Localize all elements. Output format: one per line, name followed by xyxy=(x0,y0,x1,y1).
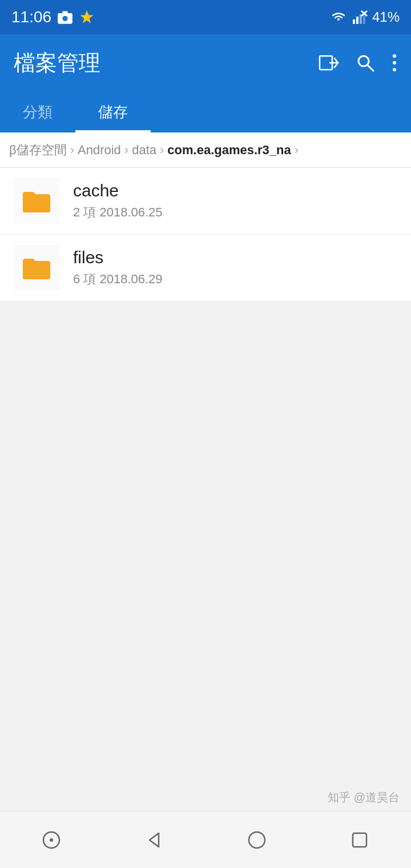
signal-icon xyxy=(352,10,368,24)
svg-rect-23 xyxy=(353,833,366,847)
folder-icon-wrap-cache xyxy=(14,178,59,224)
nav-back-button[interactable] xyxy=(131,823,177,857)
nav-recent-button[interactable] xyxy=(29,823,74,857)
svg-rect-4 xyxy=(353,19,355,24)
breadcrumb-sep-1: › xyxy=(70,143,74,158)
nav-back-icon xyxy=(144,830,164,850)
search-icon[interactable] xyxy=(355,53,376,73)
content-area xyxy=(0,302,411,804)
breadcrumb: β儲存空間 › Android › data › com.ea.games.r3… xyxy=(0,132,411,168)
status-time: 11:06 xyxy=(11,8,51,26)
nav-recent-icon xyxy=(41,830,62,850)
folder-icon-wrap-files xyxy=(14,245,59,291)
badge-icon xyxy=(79,9,95,25)
svg-point-1 xyxy=(62,16,67,21)
file-name-cache: cache xyxy=(73,181,163,200)
photo-icon xyxy=(57,10,73,24)
svg-point-20 xyxy=(50,838,53,842)
svg-point-17 xyxy=(393,61,396,65)
import-export-icon[interactable] xyxy=(319,53,339,73)
status-bar-left: 11:06 xyxy=(11,8,95,26)
tab-storage[interactable]: 儲存 xyxy=(75,91,151,132)
svg-point-18 xyxy=(393,68,396,71)
battery-level: 41% xyxy=(372,9,400,25)
breadcrumb-item-data[interactable]: data xyxy=(132,143,156,158)
status-bar: 11:06 41% xyxy=(0,0,411,34)
folder-icon-files xyxy=(22,255,51,280)
breadcrumb-sep-4: › xyxy=(295,143,299,158)
svg-point-22 xyxy=(249,832,265,848)
tabs-bar: 分類 儲存 xyxy=(0,91,411,132)
breadcrumb-sep-2: › xyxy=(124,143,128,158)
app-bar-actions xyxy=(319,53,397,73)
svg-point-16 xyxy=(393,54,396,58)
svg-line-15 xyxy=(368,65,373,71)
svg-rect-5 xyxy=(356,17,358,24)
file-item-files[interactable]: files 6 項 2018.06.29 xyxy=(0,235,411,302)
breadcrumb-item-package[interactable]: com.ea.games.r3_na xyxy=(167,143,291,158)
file-meta-cache: 2 項 2018.06.25 xyxy=(73,204,163,221)
status-bar-right: 41% xyxy=(330,9,400,25)
nav-home-button[interactable] xyxy=(234,823,280,857)
breadcrumb-item-storage[interactable]: β儲存空間 xyxy=(9,142,67,159)
svg-marker-21 xyxy=(150,833,159,847)
app-title: 檔案管理 xyxy=(14,49,100,78)
nav-overview-button[interactable] xyxy=(337,823,382,857)
file-item-cache[interactable]: cache 2 項 2018.06.25 xyxy=(0,168,411,235)
app-bar: 檔案管理 xyxy=(0,34,411,91)
svg-rect-2 xyxy=(62,11,67,14)
file-meta-files: 6 項 2018.06.29 xyxy=(73,271,163,288)
folder-icon-cache xyxy=(22,188,51,214)
breadcrumb-sep-3: › xyxy=(160,143,164,158)
nav-home-icon xyxy=(247,830,267,850)
more-icon[interactable] xyxy=(392,53,397,73)
breadcrumb-item-android[interactable]: Android xyxy=(78,143,121,158)
tab-categories[interactable]: 分類 xyxy=(0,91,75,132)
nav-bar xyxy=(0,811,411,868)
wifi-icon xyxy=(330,10,347,24)
file-list: cache 2 項 2018.06.25 files 6 項 2018.06.2… xyxy=(0,168,411,302)
file-info-files: files 6 項 2018.06.29 xyxy=(73,248,163,288)
file-info-cache: cache 2 項 2018.06.25 xyxy=(73,181,163,221)
file-name-files: files xyxy=(73,248,163,267)
watermark: 知乎 @道昊台 xyxy=(328,790,400,805)
svg-marker-3 xyxy=(80,10,93,23)
nav-overview-icon xyxy=(350,831,369,849)
